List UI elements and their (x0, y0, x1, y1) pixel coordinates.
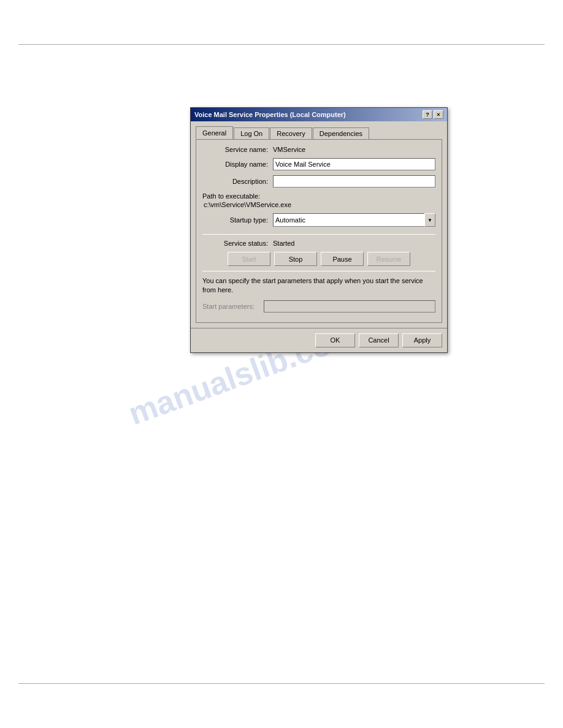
page-top-divider (18, 44, 545, 45)
tab-general[interactable]: General (196, 126, 233, 139)
dialog-titlebar: Voice Mail Service Properties (Local Com… (191, 108, 447, 121)
apply-button[interactable]: Apply (402, 333, 442, 347)
pause-button[interactable]: Pause (321, 252, 364, 266)
description-row: Description: (202, 175, 435, 188)
tab-recovery[interactable]: Recovery (270, 127, 312, 139)
service-name-label: Service name: (202, 146, 273, 153)
resume-button[interactable]: Resume (367, 252, 410, 266)
dialog-title: Voice Mail Service Properties (Local Com… (194, 111, 346, 118)
display-name-input[interactable] (273, 158, 435, 170)
path-value: c:\vm\Service\VMService.exe (204, 201, 435, 208)
info-text: You can specify the start parameters tha… (202, 276, 435, 295)
service-status-row: Service status: Started (202, 240, 435, 247)
display-name-row: Display name: (202, 158, 435, 170)
stop-button[interactable]: Stop (274, 252, 317, 266)
dialog-title-controls: ? × (423, 110, 443, 119)
path-label: Path to executable: (202, 192, 435, 200)
ok-button[interactable]: OK (315, 333, 355, 347)
description-label: Description: (202, 178, 273, 185)
page-bottom-divider (18, 683, 545, 684)
startup-type-label: Startup type: (202, 216, 273, 224)
tab-panel-general: Service name: VMService Display name: De… (196, 139, 442, 323)
start-params-label: Start parameters: (202, 303, 264, 310)
startup-select-wrapper: Automatic Manual Disabled ▼ (273, 213, 435, 227)
service-status-label: Service status: (202, 240, 273, 247)
help-button[interactable]: ? (423, 110, 432, 119)
dialog-body: General Log On Recovery Dependencies Ser… (191, 121, 447, 328)
display-name-label: Display name: (202, 161, 273, 168)
service-name-row: Service name: VMService (202, 146, 435, 153)
description-input[interactable] (273, 175, 435, 188)
tab-dependencies[interactable]: Dependencies (313, 127, 369, 139)
close-button[interactable]: × (434, 110, 443, 119)
path-section: Path to executable: c:\vm\Service\VMServ… (202, 192, 435, 208)
dialog-bottom-buttons: OK Cancel Apply (191, 328, 447, 352)
tab-bar: General Log On Recovery Dependencies (196, 126, 442, 139)
cancel-button[interactable]: Cancel (359, 333, 399, 347)
divider-1 (202, 234, 435, 235)
service-status-value: Started (273, 240, 294, 247)
startup-type-select[interactable]: Automatic Manual Disabled (273, 213, 435, 227)
tab-logon[interactable]: Log On (234, 127, 269, 139)
start-params-input[interactable] (264, 300, 435, 313)
properties-dialog: Voice Mail Service Properties (Local Com… (190, 107, 448, 353)
divider-2 (202, 271, 435, 271)
service-name-value: VMService (273, 146, 305, 153)
start-button[interactable]: Start (228, 252, 270, 266)
service-control-buttons: Start Stop Pause Resume (202, 252, 435, 266)
startup-type-row: Startup type: Automatic Manual Disabled … (202, 213, 435, 227)
start-params-row: Start parameters: (202, 300, 435, 313)
